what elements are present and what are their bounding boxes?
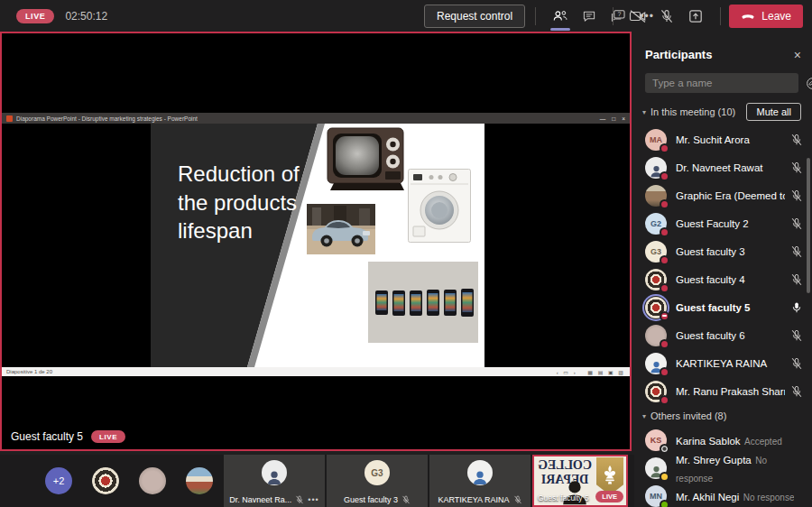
- copy-link-icon[interactable]: [806, 77, 812, 90]
- video-tile[interactable]: KARTIKEYA RAINA: [429, 455, 531, 507]
- mic-off-icon: [790, 189, 803, 202]
- presence-busy-badge: [660, 395, 669, 405]
- presence-busy-badge: [660, 255, 669, 265]
- divider: [613, 7, 614, 25]
- view-mode-icons: ▦ ▤ ▣ ▨: [587, 370, 625, 375]
- invited-row[interactable]: Mr. Shrey Gupta No response: [634, 454, 812, 482]
- window-minimize-icon: —: [600, 115, 606, 122]
- teams-meeting-window: LIVE 02:50:12 Request control •••: [0, 0, 812, 507]
- mic-off-icon: [790, 329, 803, 342]
- participant-row-speaking[interactable]: Guest faculty 5: [634, 293, 812, 321]
- share-icon[interactable]: [681, 4, 710, 29]
- chevron-down-icon[interactable]: ▾: [642, 412, 646, 420]
- live-badge: LIVE: [16, 9, 54, 23]
- participants-panel: Participants × ▾ In this meeting (10) Mu…: [634, 32, 812, 507]
- participant-row[interactable]: Guest faculty 4: [634, 265, 812, 293]
- slide-title: Reduction of the products lifespan: [178, 160, 304, 245]
- mic-off-icon: [790, 217, 803, 230]
- presence-busy-badge: [660, 199, 669, 209]
- participant-row[interactable]: Guest faculty 6: [634, 321, 812, 349]
- others-invited-header[interactable]: Others invited (8): [651, 410, 726, 421]
- divider: [720, 7, 721, 25]
- video-tile[interactable]: G3 Guest faculty 3: [327, 455, 428, 507]
- presence-busy-badge: [660, 227, 669, 237]
- participants-icon[interactable]: [546, 4, 575, 29]
- mute-all-button[interactable]: Mute all: [746, 103, 801, 121]
- ppt-slide: Reduction of the products lifespan: [151, 124, 484, 367]
- camera-off-icon[interactable]: [623, 4, 652, 29]
- tile-name: KARTIKEYA RAINA: [438, 495, 509, 504]
- leave-button[interactable]: Leave: [729, 5, 803, 28]
- close-panel-icon[interactable]: ×: [794, 49, 801, 61]
- fleur-de-lis-icon: [602, 464, 618, 485]
- mic-off-icon: [401, 495, 411, 504]
- video-tile[interactable]: Dr. Navneet Ra... •••: [224, 455, 325, 507]
- panel-scrollbar[interactable]: [807, 158, 810, 293]
- tile-name: Guest faculty 3: [344, 495, 398, 504]
- participant-row[interactable]: Mr. Ranu Prakash Sharma: [634, 377, 812, 405]
- mic-off-icon: [790, 134, 803, 146]
- crest-shield: [596, 457, 623, 495]
- smartphones-image: [368, 262, 478, 343]
- tile-name: Dr. Navneet Ra...: [229, 495, 291, 504]
- window-maximize-icon: □: [612, 115, 615, 122]
- chat-icon[interactable]: [575, 4, 604, 29]
- mic-off-icon: [790, 273, 803, 286]
- presence-busy-badge: [660, 171, 669, 181]
- meeting-timer: 02:50:12: [65, 10, 107, 23]
- overflow-avatars: +2: [0, 455, 224, 507]
- slide-nav-icons: ‹ ▭ ›: [557, 370, 577, 375]
- presence-busy-badge: [660, 339, 669, 349]
- tile-name: Guest faculty 5: [538, 493, 589, 502]
- mic-off-icon: [790, 385, 803, 398]
- meeting-top-bar: LIVE 02:50:12 Request control •••: [0, 0, 812, 32]
- mic-off-icon: [295, 495, 304, 504]
- ppt-window-titlebar: Diaporama PowerPoint - Disruptive market…: [2, 113, 630, 124]
- participant-row[interactable]: Graphic Era (Deemed to be U...: [634, 181, 812, 209]
- search-input[interactable]: [645, 73, 798, 93]
- panel-title: Participants: [645, 48, 712, 61]
- avatar: G3: [364, 460, 390, 485]
- slide-counter: Diapositive 1 de 20: [6, 369, 52, 374]
- active-speaker-video-tile[interactable]: COLLEG DEPARI Guest faculty 5 LIVE: [532, 455, 628, 507]
- mic-off-icon: [790, 245, 803, 258]
- chevron-down-icon[interactable]: ▾: [642, 108, 646, 116]
- participant-row[interactable]: Dr. Navneet Rawat: [634, 153, 812, 181]
- status-badge: [660, 444, 669, 454]
- leave-label: Leave: [761, 10, 791, 23]
- divider: [535, 7, 536, 25]
- ppt-status-bar: Diapositive 1 de 20 ‹ ▭ › ▦ ▤ ▣ ▨: [2, 367, 630, 376]
- washing-machine-image: [408, 169, 471, 243]
- ppt-slideshow-area: Reduction of the products lifespan: [2, 124, 630, 367]
- overflow-count-avatar[interactable]: +2: [45, 467, 72, 494]
- presenter-live-badge: LIVE: [91, 430, 125, 443]
- shared-screen-stage[interactable]: Diaporama PowerPoint - Disruptive market…: [0, 32, 632, 451]
- hangup-icon: [741, 12, 755, 20]
- video-filmstrip: +2 Dr. Navneet Ra... ••• G3 Guest facult…: [0, 455, 634, 507]
- presence-busy-badge: [660, 283, 669, 293]
- participant-row[interactable]: KARTIKEYA RAINA: [634, 349, 812, 377]
- presenter-name: Guest faculty 5: [11, 430, 83, 443]
- tile-live-badge: LIVE: [595, 491, 623, 502]
- presence-busy-badge: [660, 143, 669, 153]
- participant-list: MA Mr. Suchit Arora Dr. Navneet Rawat Gr…: [634, 125, 812, 405]
- vintage-car-image: [307, 204, 375, 254]
- mic-on-icon: [790, 301, 803, 314]
- tile-more-icon[interactable]: •••: [308, 495, 318, 504]
- vintage-tv-image: [327, 127, 408, 194]
- participant-avatar[interactable]: [92, 467, 119, 494]
- presenter-name-tag: Guest faculty 5 LIVE: [11, 430, 125, 443]
- mic-off-icon: [790, 357, 803, 370]
- participant-row[interactable]: G3 Guest faculty 3: [634, 237, 812, 265]
- invite-status: No response: [743, 493, 795, 502]
- participant-row[interactable]: MA Mr. Suchit Arora: [634, 125, 812, 153]
- mic-off-icon[interactable]: [652, 4, 681, 29]
- presence-available-badge: [660, 500, 669, 507]
- mic-off-icon: [790, 161, 803, 174]
- participant-avatar[interactable]: [186, 467, 213, 494]
- request-control-button[interactable]: Request control: [424, 5, 525, 28]
- participant-avatar[interactable]: [139, 467, 166, 494]
- participant-row[interactable]: G2 Guest Faculty 2: [634, 209, 812, 237]
- ppt-window-title: Diaporama PowerPoint - Disruptive market…: [16, 115, 198, 122]
- in-meeting-header[interactable]: In this meeting (10): [651, 106, 735, 117]
